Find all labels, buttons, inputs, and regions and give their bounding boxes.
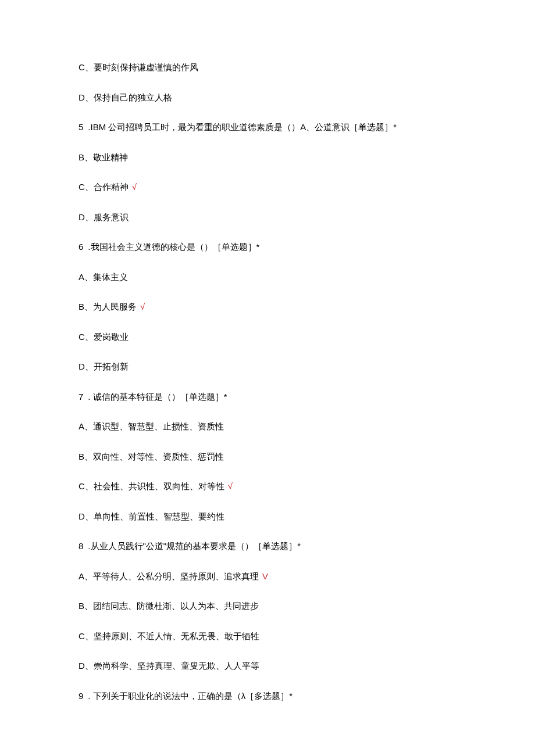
line-text: D、开拓创新 (79, 360, 129, 374)
question-line: 5.IBM 公司招聘员工时，最为看重的职业道德素质是（）A、公道意识［单选题］* (79, 121, 456, 134)
line-text: C、坚持原则、不近人情、无私无畏、敢于牺牲 (79, 630, 259, 643)
line-text: A、集体主义 (79, 271, 128, 284)
option-line: D、服务意识 (79, 211, 456, 224)
line-text: .从业人员践行"公道"规范的基本要求是（）［单选题］* (88, 540, 301, 553)
correct-mark: √ (228, 480, 233, 493)
option-line: C、爱岗敬业 (79, 331, 456, 344)
line-text: . 下列关于职业化的说法中，正确的是（λ［多选题］* (88, 690, 293, 703)
line-text: D、服务意识 (79, 211, 129, 224)
correct-mark: √ (140, 300, 145, 314)
correct-mark: √ (132, 181, 137, 194)
line-text: . 诚信的基本特征是（）［单选题］* (88, 390, 227, 404)
question-number: 9 (79, 690, 83, 703)
line-text: D、单向性、前置性、智慧型、要约性 (79, 510, 224, 524)
line-text: B、为人民服务 (79, 300, 137, 314)
option-line: C、坚持原则、不近人情、无私无畏、敢于牺牲 (79, 630, 456, 643)
line-text: A、通识型、智慧型、止损性、资质性 (79, 420, 224, 433)
option-line: D、单向性、前置性、智慧型、要约性 (79, 510, 456, 524)
question-line: 9. 下列关于职业化的说法中，正确的是（λ［多选题］* (79, 690, 456, 703)
option-line: C、要时刻保持谦虚谨慎的作风 (79, 61, 456, 74)
line-text: A、平等待人、公私分明、坚持原则、追求真理 (79, 570, 259, 583)
question-line: 7. 诚信的基本特征是（）［单选题］* (79, 390, 456, 404)
question-line: 6.我国社会主义道德的核心是（）［单选题］* (79, 241, 456, 254)
option-line: D、崇尚科学、坚持真理、童叟无欺、人人平等 (79, 660, 456, 673)
option-line: B、团结同志、防微杜渐、以人为本、共同进步 (79, 600, 456, 613)
correct-mark: V (262, 570, 268, 583)
line-text: B、双向性、对等性、资质性、惩罚性 (79, 450, 224, 464)
line-text: B、团结同志、防微杜渐、以人为本、共同进步 (79, 600, 259, 613)
line-text: D、保持自己的独立人格 (79, 91, 172, 105)
question-number: 6 (79, 241, 83, 254)
line-text: C、社会性、共识性、双向性、对等性 (79, 480, 224, 493)
line-text: .IBM 公司招聘员工时，最为看重的职业道德素质是（）A、公道意识［单选题］* (88, 121, 397, 134)
option-line: D、保持自己的独立人格 (79, 91, 456, 105)
option-line: C、合作精神√ (79, 181, 456, 194)
option-line: B、敬业精神 (79, 151, 456, 164)
option-line: B、为人民服务√ (79, 300, 456, 314)
question-line: 8.从业人员践行"公道"规范的基本要求是（）［单选题］* (79, 540, 456, 553)
line-text: .我国社会主义道德的核心是（）［单选题］* (88, 241, 259, 254)
option-line: A、平等待人、公私分明、坚持原则、追求真理V (79, 570, 456, 583)
option-line: C、社会性、共识性、双向性、对等性√ (79, 480, 456, 493)
document-content: C、要时刻保持谦虚谨慎的作风D、保持自己的独立人格5.IBM 公司招聘员工时，最… (79, 61, 456, 703)
option-line: A、集体主义 (79, 271, 456, 284)
question-number: 5 (79, 121, 83, 134)
option-line: D、开拓创新 (79, 360, 456, 374)
option-line: A、通识型、智慧型、止损性、资质性 (79, 420, 456, 433)
line-text: C、要时刻保持谦虚谨慎的作风 (79, 61, 198, 74)
line-text: C、合作精神 (79, 181, 129, 194)
option-line: B、双向性、对等性、资质性、惩罚性 (79, 450, 456, 464)
line-text: C、爱岗敬业 (79, 331, 129, 344)
question-number: 7 (79, 390, 83, 404)
line-text: D、崇尚科学、坚持真理、童叟无欺、人人平等 (79, 660, 259, 673)
line-text: B、敬业精神 (79, 151, 128, 164)
question-number: 8 (79, 540, 83, 553)
